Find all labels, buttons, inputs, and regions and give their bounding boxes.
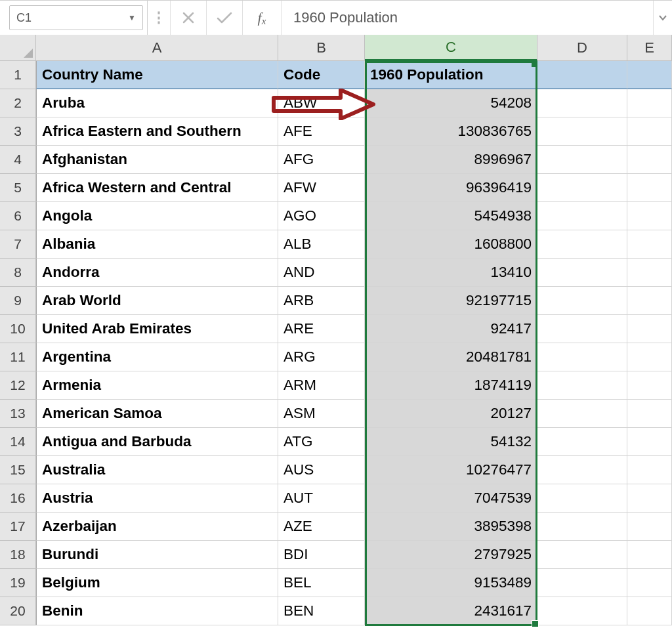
cell-pop[interactable]: 92197715 [365,287,537,315]
cell-country[interactable]: Azerbaijan [36,513,278,541]
cell-code[interactable]: ALB [278,230,365,259]
cell-code[interactable]: AGO [278,202,365,230]
row-header[interactable]: 5 [0,174,36,202]
cell-code[interactable]: AZE [278,513,365,541]
header-code[interactable]: Code [278,61,365,89]
cell-pop[interactable]: 20481781 [365,343,537,371]
expand-formula-bar-button[interactable] [653,1,672,35]
cell-empty[interactable] [537,428,627,456]
cell-pop[interactable]: 96396419 [365,174,537,202]
cell-empty[interactable] [537,146,627,174]
cell-empty[interactable] [537,597,627,625]
row-header[interactable]: 15 [0,456,36,484]
row-header[interactable]: 20 [0,597,36,625]
cell-empty[interactable] [537,89,627,117]
cell-empty[interactable] [537,202,627,230]
cell-code[interactable]: BEN [278,597,365,625]
cell-country[interactable]: Burundi [36,541,278,569]
cell-empty[interactable] [627,61,672,89]
cell-empty[interactable] [537,456,627,484]
row-header[interactable]: 13 [0,400,36,428]
cell-code[interactable]: AUS [278,456,365,484]
cell-empty[interactable] [537,61,627,89]
cell-pop[interactable]: 8996967 [365,146,537,174]
cell-empty[interactable] [537,174,627,202]
cell-country[interactable]: Armenia [36,371,278,400]
cell-empty[interactable] [627,597,672,625]
insert-function-button[interactable]: fx [243,1,282,35]
column-header-c[interactable]: C [365,35,537,61]
cancel-entry-button[interactable] [171,1,207,35]
cell-empty[interactable] [537,259,627,287]
cell-country[interactable]: Africa Eastern and Southern [36,117,278,146]
row-header[interactable]: 2 [0,89,36,117]
cell-pop[interactable]: 3895398 [365,513,537,541]
cell-empty[interactable] [627,287,672,315]
cell-country[interactable]: Angola [36,202,278,230]
cell-empty[interactable] [627,146,672,174]
cell-pop[interactable]: 7047539 [365,484,537,513]
select-all-button[interactable] [0,35,36,61]
row-header[interactable]: 19 [0,569,36,597]
formula-input[interactable]: 1960 Population [282,1,653,35]
header-country[interactable]: Country Name [36,61,278,89]
cell-country[interactable]: Belgium [36,569,278,597]
cell-country[interactable]: Albania [36,230,278,259]
cell-country[interactable]: American Samoa [36,400,278,428]
cell-empty[interactable] [627,343,672,371]
cell-pop[interactable]: 1874119 [365,371,537,400]
cell-code[interactable]: BEL [278,569,365,597]
cell-empty[interactable] [537,484,627,513]
column-header-e[interactable]: E [627,35,672,61]
cell-empty[interactable] [627,513,672,541]
cell-country[interactable]: Arab World [36,287,278,315]
cell-code[interactable]: AFW [278,174,365,202]
column-header-b[interactable]: B [278,35,365,61]
cell-empty[interactable] [627,456,672,484]
cell-code[interactable]: ARG [278,343,365,371]
cell-country[interactable]: Afghanistan [36,146,278,174]
cell-country[interactable]: Australia [36,456,278,484]
accept-entry-button[interactable] [207,1,243,35]
row-header[interactable]: 17 [0,513,36,541]
row-header[interactable]: 7 [0,230,36,259]
row-header[interactable]: 3 [0,117,36,146]
cell-empty[interactable] [537,371,627,400]
cell-empty[interactable] [537,315,627,343]
cell-empty[interactable] [537,513,627,541]
cell-code[interactable]: ARE [278,315,365,343]
cell-empty[interactable] [627,484,672,513]
chevron-down-icon[interactable]: ▼ [128,13,136,22]
column-header-d[interactable]: D [537,35,627,61]
cell-pop[interactable]: 20127 [365,400,537,428]
cell-empty[interactable] [537,117,627,146]
row-header[interactable]: 11 [0,343,36,371]
cell-code[interactable]: ARM [278,371,365,400]
cell-country[interactable]: Austria [36,484,278,513]
cell-code[interactable]: ABW [278,89,365,117]
row-header[interactable]: 14 [0,428,36,456]
cell-empty[interactable] [627,117,672,146]
column-header-a[interactable]: A [36,35,278,61]
row-header[interactable]: 10 [0,315,36,343]
cell-empty[interactable] [627,400,672,428]
cell-empty[interactable] [537,287,627,315]
cell-pop[interactable]: 5454938 [365,202,537,230]
cell-empty[interactable] [627,371,672,400]
cell-empty[interactable] [627,541,672,569]
cell-code[interactable]: AUT [278,484,365,513]
name-box[interactable]: C1 ▼ [9,5,143,30]
row-header[interactable]: 9 [0,287,36,315]
cell-empty[interactable] [537,569,627,597]
cell-empty[interactable] [627,569,672,597]
cell-empty[interactable] [627,89,672,117]
cell-pop[interactable]: 9153489 [365,569,537,597]
cell-pop[interactable]: 13410 [365,259,537,287]
row-header[interactable]: 1 [0,61,36,89]
row-header[interactable]: 16 [0,484,36,513]
cell-country[interactable]: Aruba [36,89,278,117]
header-pop[interactable]: 1960 Population [365,61,537,89]
cell-pop[interactable]: 130836765 [365,117,537,146]
cell-empty[interactable] [627,428,672,456]
cell-empty[interactable] [537,541,627,569]
